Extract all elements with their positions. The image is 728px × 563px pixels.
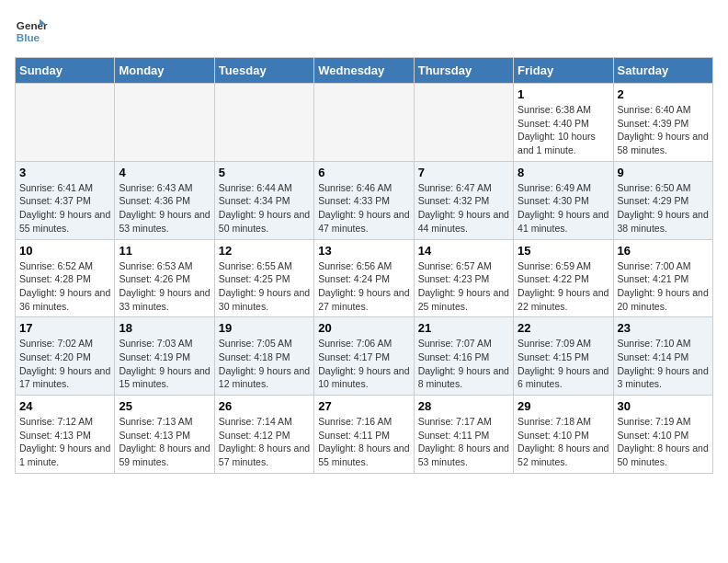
day-number: 30	[618, 399, 709, 413]
calendar-cell	[115, 84, 214, 162]
day-number: 29	[518, 399, 609, 413]
calendar-cell: 7Sunrise: 6:47 AM Sunset: 4:32 PM Daylig…	[414, 161, 513, 239]
calendar-week-4: 17Sunrise: 7:02 AM Sunset: 4:20 PM Dayli…	[16, 317, 713, 396]
day-number: 25	[119, 399, 210, 413]
day-number: 3	[19, 166, 110, 179]
calendar-cell: 25Sunrise: 7:13 AM Sunset: 4:13 PM Dayli…	[115, 396, 214, 474]
svg-text:General: General	[17, 19, 48, 31]
logo: General Blue	[15, 15, 51, 48]
calendar-cell: 21Sunrise: 7:07 AM Sunset: 4:16 PM Dayli…	[414, 317, 513, 396]
day-detail: Sunrise: 6:38 AM Sunset: 4:40 PM Dayligh…	[518, 103, 609, 157]
day-detail: Sunrise: 7:02 AM Sunset: 4:20 PM Dayligh…	[19, 337, 110, 391]
day-number: 8	[518, 166, 609, 179]
day-number: 18	[119, 321, 210, 335]
day-detail: Sunrise: 7:09 AM Sunset: 4:15 PM Dayligh…	[518, 337, 609, 391]
day-number: 19	[219, 321, 310, 335]
day-number: 21	[418, 321, 509, 335]
day-number: 5	[219, 166, 310, 179]
calendar-cell: 20Sunrise: 7:06 AM Sunset: 4:17 PM Dayli…	[314, 317, 414, 396]
day-detail: Sunrise: 6:40 AM Sunset: 4:39 PM Dayligh…	[618, 103, 709, 157]
calendar-cell: 24Sunrise: 7:12 AM Sunset: 4:13 PM Dayli…	[16, 396, 115, 474]
calendar-cell: 23Sunrise: 7:10 AM Sunset: 4:14 PM Dayli…	[613, 317, 712, 396]
calendar-cell: 30Sunrise: 7:19 AM Sunset: 4:10 PM Dayli…	[613, 396, 712, 474]
header: General Blue	[15, 15, 713, 48]
day-number: 2	[618, 87, 709, 101]
day-number: 26	[219, 399, 310, 413]
header-wednesday: Wednesday	[314, 58, 414, 84]
calendar-week-5: 24Sunrise: 7:12 AM Sunset: 4:13 PM Dayli…	[16, 396, 713, 474]
day-detail: Sunrise: 7:05 AM Sunset: 4:18 PM Dayligh…	[219, 337, 310, 391]
calendar-cell: 18Sunrise: 7:03 AM Sunset: 4:19 PM Dayli…	[115, 317, 214, 396]
calendar-header-row: SundayMondayTuesdayWednesdayThursdayFrid…	[16, 58, 713, 84]
logo-icon: General Blue	[15, 15, 48, 48]
day-number: 14	[418, 244, 509, 258]
calendar-week-2: 3Sunrise: 6:41 AM Sunset: 4:37 PM Daylig…	[16, 161, 713, 239]
calendar-cell: 29Sunrise: 7:18 AM Sunset: 4:10 PM Dayli…	[514, 396, 613, 474]
day-detail: Sunrise: 6:57 AM Sunset: 4:23 PM Dayligh…	[418, 259, 509, 314]
calendar-week-1: 1Sunrise: 6:38 AM Sunset: 4:40 PM Daylig…	[16, 84, 713, 162]
day-number: 12	[219, 244, 310, 258]
calendar-cell: 26Sunrise: 7:14 AM Sunset: 4:12 PM Dayli…	[214, 396, 313, 474]
calendar-cell: 11Sunrise: 6:53 AM Sunset: 4:26 PM Dayli…	[115, 239, 214, 317]
day-number: 16	[618, 244, 709, 258]
day-detail: Sunrise: 7:07 AM Sunset: 4:16 PM Dayligh…	[418, 337, 509, 391]
calendar-cell	[414, 84, 513, 162]
calendar-cell: 4Sunrise: 6:43 AM Sunset: 4:36 PM Daylig…	[115, 161, 214, 239]
day-detail: Sunrise: 7:13 AM Sunset: 4:13 PM Dayligh…	[119, 415, 210, 469]
day-number: 28	[418, 399, 509, 413]
calendar-cell: 12Sunrise: 6:55 AM Sunset: 4:25 PM Dayli…	[214, 239, 313, 317]
calendar-cell	[16, 84, 115, 162]
day-detail: Sunrise: 7:00 AM Sunset: 4:21 PM Dayligh…	[618, 259, 709, 314]
calendar-cell: 15Sunrise: 6:59 AM Sunset: 4:22 PM Dayli…	[514, 239, 613, 317]
calendar-cell: 14Sunrise: 6:57 AM Sunset: 4:23 PM Dayli…	[414, 239, 513, 317]
day-detail: Sunrise: 6:52 AM Sunset: 4:28 PM Dayligh…	[19, 259, 110, 314]
day-number: 9	[618, 166, 709, 179]
day-detail: Sunrise: 7:16 AM Sunset: 4:11 PM Dayligh…	[318, 415, 409, 469]
day-detail: Sunrise: 7:18 AM Sunset: 4:10 PM Dayligh…	[518, 415, 609, 469]
day-detail: Sunrise: 6:47 AM Sunset: 4:32 PM Dayligh…	[418, 181, 509, 236]
calendar-cell: 17Sunrise: 7:02 AM Sunset: 4:20 PM Dayli…	[16, 317, 115, 396]
day-detail: Sunrise: 6:53 AM Sunset: 4:26 PM Dayligh…	[119, 259, 210, 314]
day-detail: Sunrise: 6:56 AM Sunset: 4:24 PM Dayligh…	[318, 259, 409, 314]
calendar-week-3: 10Sunrise: 6:52 AM Sunset: 4:28 PM Dayli…	[16, 239, 713, 317]
day-detail: Sunrise: 7:03 AM Sunset: 4:19 PM Dayligh…	[119, 337, 210, 391]
day-number: 4	[119, 166, 210, 179]
calendar-cell	[314, 84, 414, 162]
day-number: 10	[19, 244, 110, 258]
header-saturday: Saturday	[613, 58, 712, 84]
calendar-cell: 22Sunrise: 7:09 AM Sunset: 4:15 PM Dayli…	[514, 317, 613, 396]
header-tuesday: Tuesday	[214, 58, 313, 84]
day-number: 15	[518, 244, 609, 258]
calendar-cell: 28Sunrise: 7:17 AM Sunset: 4:11 PM Dayli…	[414, 396, 513, 474]
day-number: 27	[318, 399, 409, 413]
svg-text:Blue: Blue	[17, 31, 40, 43]
calendar-cell: 1Sunrise: 6:38 AM Sunset: 4:40 PM Daylig…	[514, 84, 613, 162]
day-detail: Sunrise: 7:06 AM Sunset: 4:17 PM Dayligh…	[318, 337, 409, 391]
calendar-cell: 6Sunrise: 6:46 AM Sunset: 4:33 PM Daylig…	[314, 161, 414, 239]
day-number: 11	[119, 244, 210, 258]
calendar-cell: 8Sunrise: 6:49 AM Sunset: 4:30 PM Daylig…	[514, 161, 613, 239]
day-number: 23	[618, 321, 709, 335]
calendar-cell: 5Sunrise: 6:44 AM Sunset: 4:34 PM Daylig…	[214, 161, 313, 239]
calendar-cell: 13Sunrise: 6:56 AM Sunset: 4:24 PM Dayli…	[314, 239, 414, 317]
day-detail: Sunrise: 6:43 AM Sunset: 4:36 PM Dayligh…	[119, 181, 210, 236]
header-friday: Friday	[514, 58, 613, 84]
day-number: 24	[19, 399, 110, 413]
day-detail: Sunrise: 6:59 AM Sunset: 4:22 PM Dayligh…	[518, 259, 609, 314]
calendar-cell: 2Sunrise: 6:40 AM Sunset: 4:39 PM Daylig…	[613, 84, 712, 162]
calendar-cell: 3Sunrise: 6:41 AM Sunset: 4:37 PM Daylig…	[16, 161, 115, 239]
day-detail: Sunrise: 6:49 AM Sunset: 4:30 PM Dayligh…	[518, 181, 609, 236]
day-detail: Sunrise: 6:55 AM Sunset: 4:25 PM Dayligh…	[219, 259, 310, 314]
day-detail: Sunrise: 6:46 AM Sunset: 4:33 PM Dayligh…	[318, 181, 409, 236]
day-number: 1	[518, 87, 609, 101]
day-number: 20	[318, 321, 409, 335]
day-detail: Sunrise: 6:50 AM Sunset: 4:29 PM Dayligh…	[618, 181, 709, 236]
calendar-cell: 9Sunrise: 6:50 AM Sunset: 4:29 PM Daylig…	[613, 161, 712, 239]
calendar-cell: 27Sunrise: 7:16 AM Sunset: 4:11 PM Dayli…	[314, 396, 414, 474]
header-sunday: Sunday	[16, 58, 115, 84]
day-number: 17	[19, 321, 110, 335]
day-detail: Sunrise: 7:19 AM Sunset: 4:10 PM Dayligh…	[618, 415, 709, 469]
day-number: 6	[318, 166, 409, 179]
calendar-cell	[214, 84, 313, 162]
day-detail: Sunrise: 6:44 AM Sunset: 4:34 PM Dayligh…	[219, 181, 310, 236]
